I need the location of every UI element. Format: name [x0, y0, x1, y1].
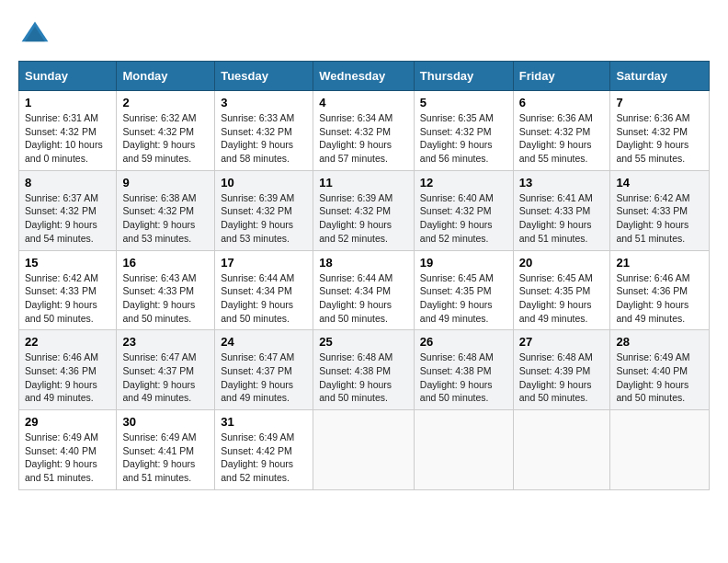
day-info: Sunrise: 6:35 AM Sunset: 4:32 PM Dayligh… — [420, 111, 507, 166]
day-info: Sunrise: 6:49 AM Sunset: 4:40 PM Dayligh… — [616, 350, 703, 405]
calendar-cell: 15 Sunrise: 6:42 AM Sunset: 4:33 PM Dayl… — [19, 250, 117, 330]
day-info: Sunrise: 6:49 AM Sunset: 4:41 PM Dayligh… — [122, 431, 209, 485]
calendar-cell: 25 Sunrise: 6:48 AM Sunset: 4:38 PM Dayl… — [313, 330, 415, 410]
day-info: Sunrise: 6:36 AM Sunset: 4:32 PM Dayligh… — [616, 111, 703, 166]
day-info: Sunrise: 6:48 AM Sunset: 4:38 PM Dayligh… — [319, 350, 408, 405]
day-number: 10 — [221, 176, 307, 190]
calendar-cell: 7 Sunrise: 6:36 AM Sunset: 4:32 PM Dayli… — [610, 91, 710, 171]
calendar-cell: 12 Sunrise: 6:40 AM Sunset: 4:32 PM Dayl… — [414, 170, 513, 250]
calendar-week-3: 15 Sunrise: 6:42 AM Sunset: 4:33 PM Dayl… — [19, 250, 710, 330]
day-number: 17 — [221, 256, 307, 270]
col-header-wednesday: Wednesday — [313, 62, 415, 91]
calendar-cell: 29 Sunrise: 6:49 AM Sunset: 4:40 PM Dayl… — [19, 410, 117, 490]
day-number: 16 — [122, 256, 209, 270]
col-header-tuesday: Tuesday — [215, 62, 313, 91]
col-header-saturday: Saturday — [610, 62, 710, 91]
day-number: 23 — [122, 335, 209, 349]
calendar-cell: 27 Sunrise: 6:48 AM Sunset: 4:39 PM Dayl… — [513, 330, 610, 410]
day-info: Sunrise: 6:40 AM Sunset: 4:32 PM Dayligh… — [420, 191, 507, 246]
calendar-cell: 9 Sunrise: 6:38 AM Sunset: 4:32 PM Dayli… — [117, 170, 215, 250]
calendar-cell: 2 Sunrise: 6:32 AM Sunset: 4:32 PM Dayli… — [117, 91, 215, 171]
calendar-cell: 16 Sunrise: 6:43 AM Sunset: 4:33 PM Dayl… — [117, 250, 215, 330]
calendar-cell: 3 Sunrise: 6:33 AM Sunset: 4:32 PM Dayli… — [215, 91, 313, 171]
day-number: 22 — [25, 335, 110, 349]
day-number: 18 — [319, 256, 408, 270]
calendar-cell: 20 Sunrise: 6:45 AM Sunset: 4:35 PM Dayl… — [513, 250, 610, 330]
day-info: Sunrise: 6:44 AM Sunset: 4:34 PM Dayligh… — [221, 271, 307, 326]
col-header-thursday: Thursday — [414, 62, 513, 91]
day-number: 3 — [221, 96, 307, 109]
calendar-week-5: 29 Sunrise: 6:49 AM Sunset: 4:40 PM Dayl… — [19, 410, 710, 490]
calendar-cell: 22 Sunrise: 6:46 AM Sunset: 4:36 PM Dayl… — [19, 330, 117, 410]
day-info: Sunrise: 6:34 AM Sunset: 4:32 PM Dayligh… — [319, 111, 408, 166]
calendar-table: SundayMondayTuesdayWednesdayThursdayFrid… — [18, 61, 710, 490]
calendar-cell: 6 Sunrise: 6:36 AM Sunset: 4:32 PM Dayli… — [513, 91, 610, 171]
day-info: Sunrise: 6:44 AM Sunset: 4:34 PM Dayligh… — [319, 271, 408, 326]
logo-icon — [18, 18, 51, 52]
day-number: 24 — [221, 335, 307, 349]
day-info: Sunrise: 6:47 AM Sunset: 4:37 PM Dayligh… — [221, 350, 307, 405]
calendar-cell: 10 Sunrise: 6:39 AM Sunset: 4:32 PM Dayl… — [215, 170, 313, 250]
day-info: Sunrise: 6:47 AM Sunset: 4:37 PM Dayligh… — [122, 350, 209, 405]
day-number: 11 — [319, 176, 408, 190]
day-number: 12 — [420, 176, 507, 190]
day-number: 26 — [420, 335, 507, 349]
calendar-cell — [513, 410, 610, 490]
calendar-cell — [313, 410, 415, 490]
day-number: 7 — [616, 96, 703, 109]
day-number: 5 — [420, 96, 507, 109]
day-info: Sunrise: 6:36 AM Sunset: 4:32 PM Dayligh… — [519, 111, 605, 166]
day-info: Sunrise: 6:45 AM Sunset: 4:35 PM Dayligh… — [420, 271, 507, 326]
day-info: Sunrise: 6:42 AM Sunset: 4:33 PM Dayligh… — [25, 271, 110, 326]
day-info: Sunrise: 6:39 AM Sunset: 4:32 PM Dayligh… — [221, 191, 307, 246]
day-number: 19 — [420, 256, 507, 270]
day-number: 8 — [25, 176, 110, 190]
calendar-cell: 18 Sunrise: 6:44 AM Sunset: 4:34 PM Dayl… — [313, 250, 415, 330]
day-info: Sunrise: 6:49 AM Sunset: 4:42 PM Dayligh… — [221, 431, 307, 485]
calendar-cell — [414, 410, 513, 490]
day-number: 20 — [519, 256, 605, 270]
day-number: 1 — [25, 96, 110, 109]
day-info: Sunrise: 6:37 AM Sunset: 4:32 PM Dayligh… — [25, 191, 110, 246]
calendar-cell: 26 Sunrise: 6:48 AM Sunset: 4:38 PM Dayl… — [414, 330, 513, 410]
day-number: 31 — [221, 415, 307, 429]
day-number: 27 — [519, 335, 605, 349]
calendar-cell: 17 Sunrise: 6:44 AM Sunset: 4:34 PM Dayl… — [215, 250, 313, 330]
day-number: 30 — [122, 415, 209, 429]
col-header-sunday: Sunday — [19, 62, 117, 91]
day-info: Sunrise: 6:32 AM Sunset: 4:32 PM Dayligh… — [122, 111, 209, 166]
calendar-cell: 19 Sunrise: 6:45 AM Sunset: 4:35 PM Dayl… — [414, 250, 513, 330]
day-number: 2 — [122, 96, 209, 109]
calendar-week-4: 22 Sunrise: 6:46 AM Sunset: 4:36 PM Dayl… — [19, 330, 710, 410]
day-number: 6 — [519, 96, 605, 109]
col-header-friday: Friday — [513, 62, 610, 91]
day-info: Sunrise: 6:38 AM Sunset: 4:32 PM Dayligh… — [122, 191, 209, 246]
day-number: 13 — [519, 176, 605, 190]
day-number: 25 — [319, 335, 408, 349]
logo — [18, 18, 57, 52]
day-number: 21 — [616, 256, 703, 270]
col-header-monday: Monday — [117, 62, 215, 91]
day-info: Sunrise: 6:31 AM Sunset: 4:32 PM Dayligh… — [25, 111, 110, 166]
calendar-week-2: 8 Sunrise: 6:37 AM Sunset: 4:32 PM Dayli… — [19, 170, 710, 250]
calendar-cell: 28 Sunrise: 6:49 AM Sunset: 4:40 PM Dayl… — [610, 330, 710, 410]
day-info: Sunrise: 6:33 AM Sunset: 4:32 PM Dayligh… — [221, 111, 307, 166]
calendar-cell: 1 Sunrise: 6:31 AM Sunset: 4:32 PM Dayli… — [19, 91, 117, 171]
day-number: 29 — [25, 415, 110, 429]
day-info: Sunrise: 6:39 AM Sunset: 4:32 PM Dayligh… — [319, 191, 408, 246]
day-number: 15 — [25, 256, 110, 270]
calendar-cell: 5 Sunrise: 6:35 AM Sunset: 4:32 PM Dayli… — [414, 91, 513, 171]
day-number: 14 — [616, 176, 703, 190]
day-info: Sunrise: 6:48 AM Sunset: 4:39 PM Dayligh… — [519, 350, 605, 405]
day-info: Sunrise: 6:41 AM Sunset: 4:33 PM Dayligh… — [519, 191, 605, 246]
calendar-cell: 23 Sunrise: 6:47 AM Sunset: 4:37 PM Dayl… — [117, 330, 215, 410]
calendar-cell: 11 Sunrise: 6:39 AM Sunset: 4:32 PM Dayl… — [313, 170, 415, 250]
day-info: Sunrise: 6:45 AM Sunset: 4:35 PM Dayligh… — [519, 271, 605, 326]
calendar-cell: 4 Sunrise: 6:34 AM Sunset: 4:32 PM Dayli… — [313, 91, 415, 171]
page-header — [18, 18, 710, 52]
calendar-week-1: 1 Sunrise: 6:31 AM Sunset: 4:32 PM Dayli… — [19, 91, 710, 171]
day-info: Sunrise: 6:42 AM Sunset: 4:33 PM Dayligh… — [616, 191, 703, 246]
day-info: Sunrise: 6:46 AM Sunset: 4:36 PM Dayligh… — [616, 271, 703, 326]
calendar-cell: 8 Sunrise: 6:37 AM Sunset: 4:32 PM Dayli… — [19, 170, 117, 250]
calendar-cell: 14 Sunrise: 6:42 AM Sunset: 4:33 PM Dayl… — [610, 170, 710, 250]
